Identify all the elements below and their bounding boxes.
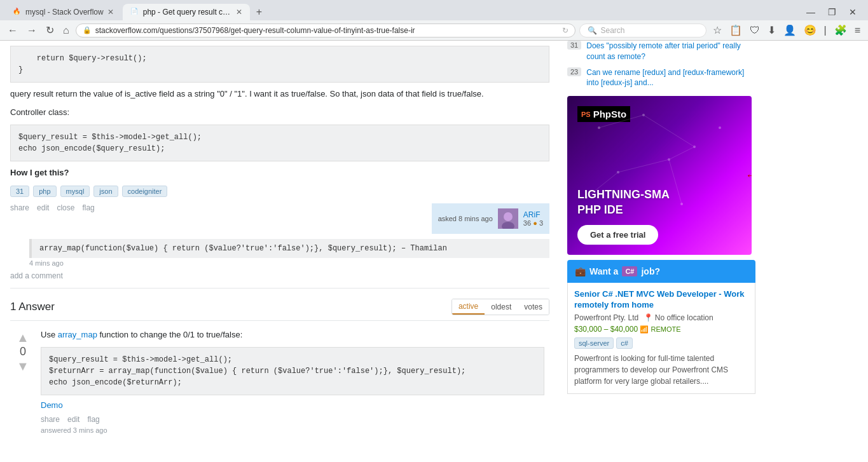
tag-php[interactable]: php <box>33 186 56 197</box>
tab-oldest[interactable]: oldest <box>485 299 518 315</box>
back-button[interactable]: ← <box>5 24 20 37</box>
svg-point-8 <box>719 126 721 129</box>
remote-label: REMOTE <box>651 325 680 333</box>
tag-php[interactable]: 31 <box>10 186 29 197</box>
location-dot-icon: 📍 <box>644 313 653 322</box>
demo-link[interactable]: Demo <box>41 400 63 410</box>
remote-badge: 📶 REMOTE <box>640 325 680 334</box>
jobs-panel-header: 💼 Want a C# job? <box>567 260 755 283</box>
close-link[interactable]: close <box>57 203 74 212</box>
answer-actions: share edit flag <box>41 415 544 424</box>
bookmark-star-icon[interactable]: ☆ <box>710 23 724 37</box>
svg-line-12 <box>644 115 694 147</box>
tab-bar: 🔥 mysql - Stack Overflow ✕ 📄 php - Get q… <box>0 0 868 20</box>
question-actions: share edit close flag <box>10 203 95 212</box>
tab-2-close[interactable]: ✕ <box>236 8 242 17</box>
maximize-button[interactable]: ❐ <box>824 6 840 18</box>
resize-arrows-icon: ↔ <box>745 169 752 182</box>
answer-text-before: Use <box>41 330 58 339</box>
answer-row: ▲ 0 ▼ Use array_map function to change t… <box>10 329 549 434</box>
related-count-1: 31 <box>567 41 581 50</box>
user-name[interactable]: ARiF <box>523 210 543 219</box>
share-link[interactable]: share <box>10 203 29 212</box>
skill-csharp[interactable]: c# <box>616 337 633 349</box>
toolbar-icons: ☆ 📋 🛡 ⬇ 👤 😊 | 🧩 ≡ <box>710 23 864 37</box>
related-link-1[interactable]: Does "possibly remote after trial period… <box>586 41 755 62</box>
how-label: How I get this? <box>10 166 549 180</box>
menu-icon[interactable]: ≡ <box>852 24 863 37</box>
downvote-button[interactable]: ▼ <box>17 360 29 372</box>
jobs-body: Senior C# .NET MVC Web Developer - Work … <box>567 283 755 394</box>
add-comment-link[interactable]: add a comment <box>10 271 63 280</box>
jobs-header-text2: job? <box>641 266 660 276</box>
tab-1[interactable]: 🔥 mysql - Stack Overflow ✕ <box>5 4 121 20</box>
code-controller-text: $query_result = $this->model->get_all();… <box>18 132 541 154</box>
ad-banner: PS PhpSto ↔ LIGHTNI <box>567 96 752 255</box>
code-block-controller: $query_result = $this->model->get_all();… <box>10 125 549 161</box>
forward-button[interactable]: → <box>24 24 39 37</box>
profile-icon[interactable]: 👤 <box>781 23 799 37</box>
search-icon: 🔍 <box>588 26 597 35</box>
answer-share-link[interactable]: share <box>41 415 60 424</box>
answers-header: 1 Answer active oldest votes <box>10 299 549 321</box>
upvote-button[interactable]: ▲ <box>17 331 29 344</box>
post-meta-row: share edit close flag asked 8 mins ago A… <box>10 203 549 234</box>
job-title[interactable]: Senior C# .NET MVC Web Developer - Work … <box>574 289 748 311</box>
comment-code: array_map(function($value) { return ($va… <box>29 239 549 258</box>
controller-label: Controller class: <box>10 106 549 119</box>
extension-icon[interactable]: 🧩 <box>832 23 850 37</box>
vote-count: 0 <box>20 345 26 358</box>
tag-json[interactable]: json <box>93 186 118 197</box>
minimize-button[interactable]: — <box>803 6 819 18</box>
tab-1-close[interactable]: ✕ <box>107 8 114 17</box>
refresh-button[interactable]: ↻ <box>43 23 57 37</box>
bronze-badge-count: 3 <box>539 219 543 227</box>
skill-sql-server[interactable]: sql-server <box>574 337 614 349</box>
tab-1-favicon: 🔥 <box>13 8 22 17</box>
address-bar: ← → ↻ ⌂ 🔒 stackoverflow.com/questions/37… <box>0 20 868 40</box>
csharp-badge: C# <box>622 266 637 276</box>
search-box[interactable]: 🔍 Search <box>579 24 706 37</box>
tab-2[interactable]: 📄 php - Get query result col... ✕ <box>123 4 250 20</box>
tag-mysql[interactable]: mysql <box>60 186 90 197</box>
tab-active[interactable]: active <box>452 299 485 315</box>
job-description: Powerfront is looking for full-time tale… <box>574 353 748 387</box>
array-map-link[interactable]: array_map <box>58 330 97 339</box>
tab-votes[interactable]: votes <box>518 299 549 315</box>
answer-tabs: active oldest votes <box>451 299 549 315</box>
answer-flag-link[interactable]: flag <box>87 415 99 424</box>
flag-link[interactable]: flag <box>82 203 94 212</box>
main-layout: return $query->result(); } query result … <box>0 41 868 456</box>
edit-link[interactable]: edit <box>37 203 49 212</box>
refresh-inline-icon[interactable]: ↻ <box>562 26 568 35</box>
answer-edit-link[interactable]: edit <box>67 415 79 424</box>
answer-code-block: $query_result = $this->model->get_all();… <box>41 347 544 395</box>
svg-line-14 <box>618 160 669 172</box>
svg-line-16 <box>669 160 682 204</box>
question-body: query result return the value of is_acti… <box>10 88 549 101</box>
tags-container: 31 php mysql json codeigniter <box>10 186 549 197</box>
salary: $30,000 – $40,000 📶 REMOTE <box>574 325 748 334</box>
shield-icon[interactable]: 🛡 <box>747 24 762 37</box>
related-link-2[interactable]: Can we rename [redux] and [redux-framewo… <box>586 67 755 89</box>
answered-time: answered 3 mins ago <box>41 426 544 434</box>
briefcase-icon: 💼 <box>575 266 586 276</box>
related-count-2: 23 <box>567 67 581 76</box>
tab-1-title: mysql - Stack Overflow <box>25 8 104 17</box>
close-button[interactable]: ✕ <box>845 6 860 18</box>
company-name-text: Powerfront Pty. Ltd <box>574 313 638 322</box>
download-icon[interactable]: ⬇ <box>765 23 778 37</box>
user-card: asked 8 mins ago ARiF 36 ● 3 <box>432 203 549 234</box>
avatar-icon[interactable]: 😊 <box>801 23 819 37</box>
home-button[interactable]: ⌂ <box>60 24 72 37</box>
asked-time: asked 8 mins ago <box>438 215 493 222</box>
new-tab-button[interactable]: + <box>251 4 267 20</box>
comment-meta: 4 mins ago <box>29 259 549 267</box>
url-box[interactable]: 🔒 stackoverflow.com/questions/37507968/g… <box>76 24 575 37</box>
reader-icon[interactable]: 📋 <box>727 23 745 37</box>
salary-amount: $30,000 – $40,000 <box>574 325 638 334</box>
tag-codeigniter[interactable]: codeigniter <box>122 186 168 197</box>
answer-code-text: $query_result = $this->model->get_all();… <box>49 354 536 388</box>
answer-text-after: function to change the 0/1 to true/false… <box>97 330 242 339</box>
content-area: return $query->result(); } query result … <box>0 41 560 456</box>
